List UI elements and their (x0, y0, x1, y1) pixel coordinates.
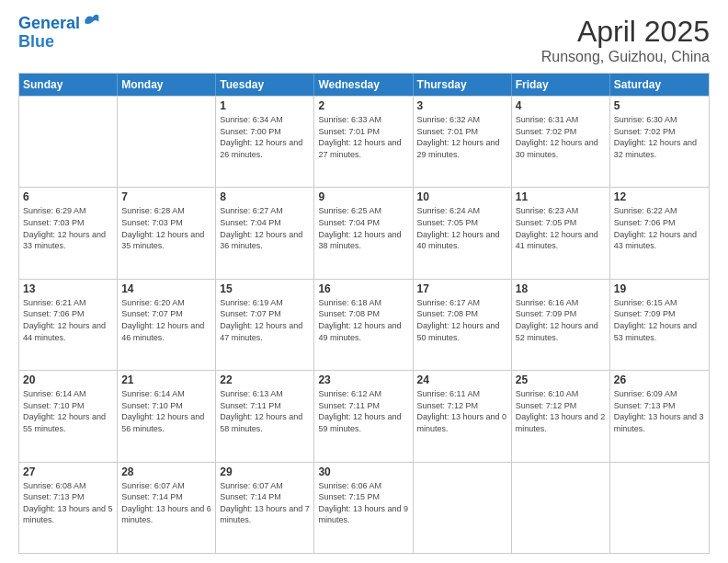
day-number: 10 (417, 190, 507, 203)
calendar-cell: 2Sunrise: 6:33 AMSunset: 7:01 PMDaylight… (314, 97, 413, 187)
calendar-cell: 28Sunrise: 6:07 AMSunset: 7:14 PMDayligh… (118, 463, 216, 553)
calendar-cell: 22Sunrise: 6:13 AMSunset: 7:11 PMDayligh… (216, 371, 314, 461)
calendar-week: 6Sunrise: 6:29 AMSunset: 7:03 PMDaylight… (19, 187, 709, 278)
day-info: Sunrise: 6:22 AMSunset: 7:06 PMDaylight:… (614, 205, 705, 251)
calendar-cell: 24Sunrise: 6:11 AMSunset: 7:12 PMDayligh… (414, 371, 512, 461)
page-subtitle: Runsong, Guizhou, China (541, 49, 710, 65)
calendar-week: 27Sunrise: 6:08 AMSunset: 7:13 PMDayligh… (19, 462, 709, 553)
header: General Blue April 2025 Runsong, Guizhou… (18, 15, 710, 65)
day-number: 6 (23, 190, 113, 203)
day-number: 5 (614, 99, 705, 112)
calendar-day-header: Sunday (19, 74, 118, 96)
calendar-cell: 30Sunrise: 6:06 AMSunset: 7:15 PMDayligh… (314, 463, 413, 553)
title-block: April 2025 Runsong, Guizhou, China (541, 15, 710, 65)
calendar-week: 13Sunrise: 6:21 AMSunset: 7:06 PMDayligh… (19, 279, 709, 370)
day-info: Sunrise: 6:21 AMSunset: 7:06 PMDaylight:… (23, 297, 113, 343)
day-number: 19 (614, 282, 705, 295)
calendar-cell: 3Sunrise: 6:32 AMSunset: 7:01 PMDaylight… (414, 97, 512, 187)
day-info: Sunrise: 6:15 AMSunset: 7:09 PMDaylight:… (614, 297, 705, 343)
day-info: Sunrise: 6:27 AMSunset: 7:04 PMDaylight:… (220, 205, 310, 251)
calendar-week: 20Sunrise: 6:14 AMSunset: 7:10 PMDayligh… (19, 370, 709, 461)
day-info: Sunrise: 6:07 AMSunset: 7:14 PMDaylight:… (220, 480, 310, 526)
calendar-cell: 13Sunrise: 6:21 AMSunset: 7:06 PMDayligh… (19, 280, 118, 370)
calendar-body: 1Sunrise: 6:34 AMSunset: 7:00 PMDaylight… (19, 96, 709, 553)
day-info: Sunrise: 6:29 AMSunset: 7:03 PMDaylight:… (23, 205, 113, 251)
day-number: 25 (516, 373, 606, 386)
day-info: Sunrise: 6:32 AMSunset: 7:01 PMDaylight:… (417, 114, 507, 160)
day-info: Sunrise: 6:31 AMSunset: 7:02 PMDaylight:… (516, 114, 606, 160)
calendar-cell (414, 463, 512, 553)
page: General Blue April 2025 Runsong, Guizhou… (0, 0, 728, 563)
calendar-day-header: Saturday (610, 74, 709, 96)
day-number: 20 (23, 373, 113, 386)
day-info: Sunrise: 6:16 AMSunset: 7:09 PMDaylight:… (516, 297, 606, 343)
calendar-cell: 29Sunrise: 6:07 AMSunset: 7:14 PMDayligh… (216, 463, 314, 553)
calendar: SundayMondayTuesdayWednesdayThursdayFrid… (18, 73, 710, 554)
calendar-cell: 10Sunrise: 6:24 AMSunset: 7:05 PMDayligh… (414, 188, 512, 278)
day-info: Sunrise: 6:11 AMSunset: 7:12 PMDaylight:… (417, 388, 507, 434)
calendar-cell: 17Sunrise: 6:17 AMSunset: 7:08 PMDayligh… (414, 280, 512, 370)
day-number: 13 (23, 282, 113, 295)
day-number: 16 (318, 282, 408, 295)
day-info: Sunrise: 6:08 AMSunset: 7:13 PMDaylight:… (23, 480, 113, 526)
day-number: 30 (318, 465, 408, 478)
day-number: 2 (318, 99, 408, 112)
day-info: Sunrise: 6:30 AMSunset: 7:02 PMDaylight:… (614, 114, 705, 160)
day-number: 18 (516, 282, 606, 295)
calendar-day-header: Thursday (414, 74, 512, 96)
day-info: Sunrise: 6:23 AMSunset: 7:05 PMDaylight:… (516, 205, 606, 251)
calendar-cell: 27Sunrise: 6:08 AMSunset: 7:13 PMDayligh… (19, 463, 118, 553)
calendar-cell: 19Sunrise: 6:15 AMSunset: 7:09 PMDayligh… (610, 280, 709, 370)
calendar-cell: 26Sunrise: 6:09 AMSunset: 7:13 PMDayligh… (610, 371, 709, 461)
day-info: Sunrise: 6:28 AMSunset: 7:03 PMDaylight:… (121, 205, 211, 251)
day-info: Sunrise: 6:34 AMSunset: 7:00 PMDaylight:… (220, 114, 310, 160)
day-number: 1 (220, 99, 310, 112)
day-number: 14 (121, 282, 211, 295)
day-number: 8 (220, 190, 310, 203)
day-number: 23 (318, 373, 408, 386)
day-number: 11 (516, 190, 606, 203)
day-info: Sunrise: 6:25 AMSunset: 7:04 PMDaylight:… (318, 205, 408, 251)
calendar-cell: 12Sunrise: 6:22 AMSunset: 7:06 PMDayligh… (610, 188, 709, 278)
calendar-header: SundayMondayTuesdayWednesdayThursdayFrid… (19, 74, 709, 96)
calendar-cell: 6Sunrise: 6:29 AMSunset: 7:03 PMDaylight… (19, 188, 118, 278)
day-number: 28 (121, 465, 211, 478)
day-info: Sunrise: 6:10 AMSunset: 7:12 PMDaylight:… (516, 388, 606, 434)
logo-text2: Blue (18, 33, 100, 52)
page-title: April 2025 (541, 15, 710, 49)
day-number: 7 (121, 190, 211, 203)
day-info: Sunrise: 6:13 AMSunset: 7:11 PMDaylight:… (220, 388, 310, 434)
day-number: 21 (121, 373, 211, 386)
calendar-cell: 14Sunrise: 6:20 AMSunset: 7:07 PMDayligh… (118, 280, 216, 370)
calendar-cell: 25Sunrise: 6:10 AMSunset: 7:12 PMDayligh… (512, 371, 610, 461)
calendar-cell: 11Sunrise: 6:23 AMSunset: 7:05 PMDayligh… (512, 188, 610, 278)
calendar-cell: 16Sunrise: 6:18 AMSunset: 7:08 PMDayligh… (314, 280, 413, 370)
day-info: Sunrise: 6:18 AMSunset: 7:08 PMDaylight:… (318, 297, 408, 343)
day-number: 9 (318, 190, 408, 203)
day-info: Sunrise: 6:12 AMSunset: 7:11 PMDaylight:… (318, 388, 408, 434)
calendar-week: 1Sunrise: 6:34 AMSunset: 7:00 PMDaylight… (19, 96, 709, 187)
calendar-cell: 21Sunrise: 6:14 AMSunset: 7:10 PMDayligh… (118, 371, 216, 461)
calendar-cell: 18Sunrise: 6:16 AMSunset: 7:09 PMDayligh… (512, 280, 610, 370)
calendar-cell: 4Sunrise: 6:31 AMSunset: 7:02 PMDaylight… (512, 97, 610, 187)
day-info: Sunrise: 6:33 AMSunset: 7:01 PMDaylight:… (318, 114, 408, 160)
calendar-day-header: Friday (512, 74, 610, 96)
calendar-cell (118, 97, 216, 187)
calendar-cell: 1Sunrise: 6:34 AMSunset: 7:00 PMDaylight… (216, 97, 314, 187)
calendar-cell (610, 463, 709, 553)
day-number: 3 (417, 99, 507, 112)
day-info: Sunrise: 6:14 AMSunset: 7:10 PMDaylight:… (121, 388, 211, 434)
calendar-cell: 9Sunrise: 6:25 AMSunset: 7:04 PMDaylight… (314, 188, 413, 278)
day-number: 15 (220, 282, 310, 295)
day-info: Sunrise: 6:14 AMSunset: 7:10 PMDaylight:… (23, 388, 113, 434)
day-info: Sunrise: 6:19 AMSunset: 7:07 PMDaylight:… (220, 297, 310, 343)
day-info: Sunrise: 6:06 AMSunset: 7:15 PMDaylight:… (318, 480, 408, 526)
day-number: 24 (417, 373, 507, 386)
day-info: Sunrise: 6:07 AMSunset: 7:14 PMDaylight:… (121, 480, 211, 526)
calendar-cell: 20Sunrise: 6:14 AMSunset: 7:10 PMDayligh… (19, 371, 118, 461)
calendar-cell (19, 97, 118, 187)
day-number: 27 (23, 465, 113, 478)
logo-text: General (18, 15, 80, 33)
day-info: Sunrise: 6:20 AMSunset: 7:07 PMDaylight:… (121, 297, 211, 343)
day-number: 22 (220, 373, 310, 386)
